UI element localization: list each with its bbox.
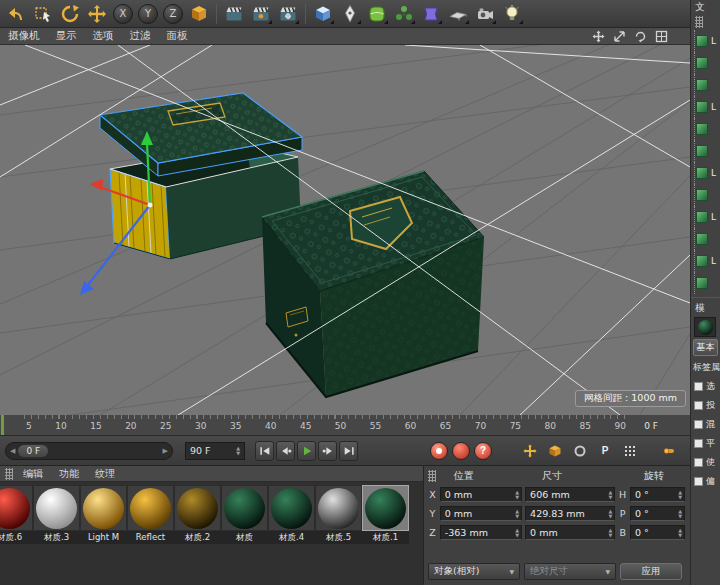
attribute-checkbox[interactable]: [694, 420, 703, 429]
attribute-row[interactable]: 混: [691, 415, 720, 434]
panel-grip-icon[interactable]: [5, 468, 13, 480]
next-key-button[interactable]: [318, 441, 337, 461]
rotate-tool-button[interactable]: [57, 1, 83, 26]
axis-x-lock-button[interactable]: X: [113, 4, 133, 24]
field-stepper[interactable]: ▲ ▼: [608, 528, 612, 538]
object-cube-icon[interactable]: [696, 145, 708, 157]
material-preview[interactable]: [33, 485, 80, 531]
size-mode-dropdown[interactable]: 绝对尺寸 ▼: [524, 563, 616, 580]
axis-y-lock-button[interactable]: Y: [138, 4, 158, 24]
stepper-down-icon[interactable]: ▼: [678, 533, 682, 538]
viewport-3d[interactable]: 网格间距 : 1000 mm: [0, 45, 690, 415]
light-button[interactable]: [499, 1, 525, 26]
object-cube-icon[interactable]: [696, 233, 708, 245]
apply-button[interactable]: 应用: [620, 563, 682, 580]
previous-key-button[interactable]: [276, 441, 295, 461]
stepper-down-icon[interactable]: ▼: [236, 451, 240, 456]
slider-right-arrow-icon[interactable]: ▶: [163, 447, 168, 455]
slider-left-arrow-icon[interactable]: ◀: [10, 447, 15, 455]
object-cube-icon[interactable]: [696, 211, 708, 223]
rotate-view-button[interactable]: [634, 30, 647, 43]
material-preview[interactable]: [80, 485, 127, 531]
material-preview[interactable]: [268, 485, 315, 531]
subdivision-surface-button[interactable]: [364, 1, 390, 26]
attribute-checkbox[interactable]: [694, 477, 703, 486]
end-frame-stepper[interactable]: ▲ ▼: [236, 446, 240, 456]
stepper-down-icon[interactable]: ▼: [608, 514, 612, 519]
stepper-down-icon[interactable]: ▼: [678, 514, 682, 519]
size-field[interactable]: 429.83 mm ▲ ▼: [525, 506, 615, 521]
material-item[interactable]: Reflect: [127, 485, 174, 544]
field-stepper[interactable]: ▲ ▼: [608, 509, 612, 519]
key-parameter-toggle[interactable]: P: [595, 441, 615, 461]
object-cube-icon[interactable]: [696, 277, 708, 289]
attribute-row[interactable]: 使: [691, 453, 720, 472]
material-item[interactable]: Light M: [80, 485, 127, 544]
object-item[interactable]: [696, 118, 720, 140]
attribute-row[interactable]: 平: [691, 434, 720, 453]
rotation-field[interactable]: 0 ° ▲ ▼: [630, 525, 685, 540]
undo-button[interactable]: [3, 1, 29, 26]
material-menu-item[interactable]: 功能: [51, 467, 87, 481]
attribute-row[interactable]: 偏: [691, 472, 720, 491]
field-stepper[interactable]: ▲ ▼: [515, 490, 519, 500]
object-cube-icon[interactable]: [696, 189, 708, 201]
key-rotation-toggle[interactable]: [570, 441, 590, 461]
render-view-button[interactable]: [221, 1, 247, 26]
position-field[interactable]: -363 mm ▲ ▼: [440, 525, 522, 540]
position-field[interactable]: 0 mm ▲ ▼: [440, 506, 522, 521]
object-item[interactable]: [696, 184, 720, 206]
end-frame-field[interactable]: 90 F ▲ ▼: [185, 442, 245, 460]
material-menu-item[interactable]: 纹理: [87, 467, 123, 481]
position-field[interactable]: 0 mm ▲ ▼: [440, 487, 522, 502]
stepper-down-icon[interactable]: ▼: [515, 533, 519, 538]
material-preview[interactable]: [221, 485, 268, 531]
keyframe-options-button[interactable]: ?: [474, 442, 492, 460]
rotation-field[interactable]: 0 ° ▲ ▼: [630, 506, 685, 521]
material-item[interactable]: 材质.1: [362, 485, 409, 544]
material-preview[interactable]: [174, 485, 221, 531]
viewport-menu-item[interactable]: 过滤: [122, 28, 159, 44]
material-item[interactable]: 材质.4: [268, 485, 315, 544]
object-item[interactable]: [696, 272, 720, 294]
viewport-menu-item[interactable]: 显示: [48, 28, 85, 44]
object-cube-icon[interactable]: [696, 101, 708, 113]
viewport-menu-item[interactable]: 选项: [85, 28, 122, 44]
object-item[interactable]: L: [696, 250, 720, 272]
size-field[interactable]: 606 mm ▲ ▼: [525, 487, 615, 502]
attribute-checkbox[interactable]: [694, 439, 703, 448]
move-tool-button[interactable]: [84, 1, 110, 26]
object-cube-icon[interactable]: [696, 123, 708, 135]
current-frame-marker[interactable]: [1, 415, 4, 435]
deformer-button[interactable]: [418, 1, 444, 26]
key-position-toggle[interactable]: [520, 441, 540, 461]
material-item[interactable]: 材质.5: [315, 485, 362, 544]
object-manager-file-menu[interactable]: 文: [691, 0, 720, 14]
rotation-field[interactable]: 0 ° ▲ ▼: [630, 487, 685, 502]
panel-grip-icon[interactable]: [428, 470, 436, 482]
timeline-ruler[interactable]: 5 10 15 20 25 30 35 40 45 50 55 60: [0, 415, 690, 436]
pan-view-button[interactable]: [592, 30, 605, 43]
spline-pen-button[interactable]: [337, 1, 363, 26]
goto-end-button[interactable]: [339, 441, 358, 461]
attribute-row[interactable]: 选: [691, 377, 720, 396]
autokey-button[interactable]: [452, 442, 470, 460]
axis-z-lock-button[interactable]: Z: [163, 4, 183, 24]
field-stepper[interactable]: ▲ ▼: [608, 490, 612, 500]
stepper-down-icon[interactable]: ▼: [608, 495, 612, 500]
material-item[interactable]: 材质.2: [174, 485, 221, 544]
stepper-down-icon[interactable]: ▼: [515, 514, 519, 519]
object-cube-icon[interactable]: [696, 35, 708, 47]
viewport-menu-item[interactable]: 摄像机: [0, 28, 48, 44]
material-menu-item[interactable]: 编辑: [15, 467, 51, 481]
object-item[interactable]: L: [696, 162, 720, 184]
material-preview[interactable]: [315, 485, 362, 531]
record-keyframe-button[interactable]: [430, 442, 448, 460]
coordinate-mode-dropdown[interactable]: 对象(相对) ▼: [428, 563, 520, 580]
stepper-down-icon[interactable]: ▼: [608, 533, 612, 538]
selection-tool-button[interactable]: [30, 1, 56, 26]
camera-button[interactable]: [472, 1, 498, 26]
attribute-manager-mode-menu[interactable]: 模: [691, 301, 720, 315]
material-preview[interactable]: [362, 485, 409, 531]
array-generator-button[interactable]: [391, 1, 417, 26]
